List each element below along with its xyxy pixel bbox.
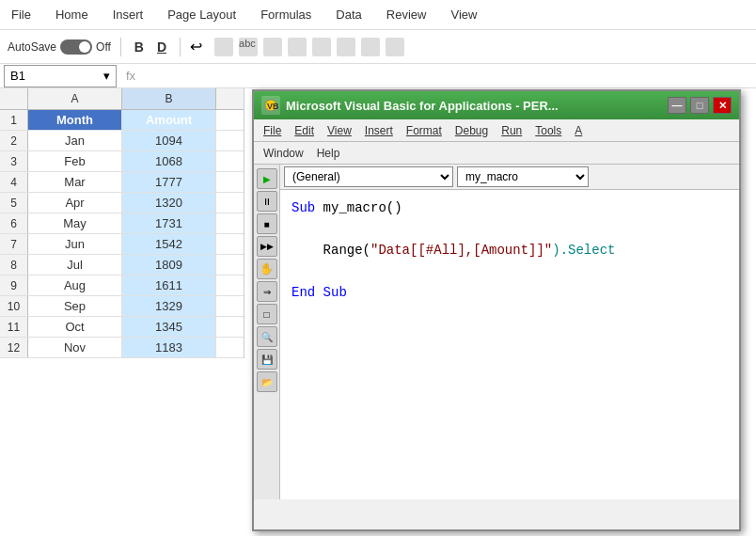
menu-view[interactable]: View <box>447 6 480 24</box>
vba-menu-insert[interactable]: Insert <box>359 123 399 138</box>
vba-window-buttons: — □ ✕ <box>668 97 732 114</box>
vba-submenu-window[interactable]: Window <box>258 146 309 161</box>
vba-pause-icon[interactable]: ⏸ <box>257 191 277 212</box>
table-row: 6 May 1731 <box>0 213 244 234</box>
menu-data[interactable]: Data <box>332 6 365 24</box>
vba-search-icon[interactable]: 🔍 <box>257 326 277 347</box>
toolbar-icon-8[interactable] <box>386 38 404 56</box>
toolbar-icon-5[interactable] <box>312 38 331 56</box>
cell-amount[interactable]: 1611 <box>122 276 216 295</box>
toolbar-icon-6[interactable] <box>337 38 355 56</box>
vba-titlebar: VB Microsoft Visual Basic for Applicatio… <box>254 91 739 119</box>
excel-toolbar: AutoSave Off B D ↩ abc <box>0 30 756 64</box>
vba-indent-icon[interactable]: ⇒ <box>257 281 277 302</box>
vba-code-area[interactable]: (General) my_macro Sub my_macro() Range(… <box>280 165 739 499</box>
excel-grid: A B 1 Month Amount 2 Jan 1094 3 Feb 1068… <box>0 88 244 358</box>
vba-menu-run[interactable]: Run <box>496 123 528 138</box>
row-number: 5 <box>0 193 28 213</box>
cell-month[interactable]: May <box>28 213 122 233</box>
cell-month[interactable]: Sep <box>28 296 122 316</box>
vba-menu-edit[interactable]: Edit <box>289 123 320 138</box>
toolbar-icon-3[interactable] <box>263 38 282 56</box>
cell-month[interactable]: Apr <box>28 193 122 213</box>
vba-menu-view[interactable]: View <box>322 123 357 138</box>
cell-month[interactable]: Mar <box>28 172 122 192</box>
code-line-5: End Sub <box>291 282 728 303</box>
cell-amount[interactable]: 1183 <box>122 338 216 357</box>
vba-step-icon[interactable]: ▶▶ <box>257 236 277 257</box>
cell-month[interactable]: Jan <box>28 131 122 150</box>
vba-close-button[interactable]: ✕ <box>713 97 732 114</box>
vba-save-icon[interactable]: 💾 <box>257 349 277 370</box>
col-header-a[interactable]: A <box>28 88 122 109</box>
cell-month[interactable]: Oct <box>28 317 122 337</box>
vba-menu-format[interactable]: Format <box>401 123 448 138</box>
table-row: 7 Jun 1542 <box>0 234 244 255</box>
cell-month[interactable]: Feb <box>28 151 122 171</box>
bold-button[interactable]: B <box>131 38 148 56</box>
name-box[interactable]: B1 ▾ <box>4 65 117 87</box>
toolbar-icon-1[interactable] <box>214 38 233 56</box>
cell-month-header[interactable]: Month <box>28 110 122 130</box>
row-number: 11 <box>0 317 28 337</box>
cell-amount[interactable]: 1809 <box>122 255 216 275</box>
menu-file[interactable]: File <box>8 6 35 24</box>
menu-home[interactable]: Home <box>52 6 92 24</box>
underline-button[interactable]: D <box>153 38 170 56</box>
vba-menu-debug[interactable]: Debug <box>449 123 494 138</box>
table-row: 3 Feb 1068 <box>0 151 244 172</box>
vba-folder-icon[interactable]: 📂 <box>257 371 277 392</box>
cell-month[interactable]: Nov <box>28 338 122 357</box>
vba-run-icon[interactable]: ▶ <box>257 168 277 189</box>
vba-minimize-button[interactable]: — <box>668 97 686 114</box>
cell-amount[interactable]: 1777 <box>122 172 216 192</box>
vba-window: VB Microsoft Visual Basic for Applicatio… <box>252 89 741 531</box>
vba-menu-tools[interactable]: Tools <box>529 123 567 138</box>
cell-month[interactable]: Aug <box>28 276 122 295</box>
cell-amount-header[interactable]: Amount <box>122 110 216 130</box>
vba-title-text: Microsoft Visual Basic for Applications … <box>286 99 662 113</box>
vba-sidebar: ▶ ⏸ ■ ▶▶ ✋ ⇒ □ 🔍 💾 📂 <box>254 165 280 499</box>
vba-general-combo[interactable]: (General) <box>284 166 453 187</box>
vba-code-editor[interactable]: Sub my_macro() Range("Data[[#All],[Amoun… <box>280 190 739 472</box>
toolbar-icon-7[interactable] <box>361 38 380 56</box>
excel-window: File Home Insert Page Layout Formulas Da… <box>0 0 756 536</box>
cell-amount[interactable]: 1731 <box>122 213 216 233</box>
row-number: 2 <box>0 131 28 150</box>
toolbar-icon-4[interactable] <box>288 38 307 56</box>
cell-month[interactable]: Jul <box>28 255 122 275</box>
vba-submenu-help[interactable]: Help <box>311 146 346 161</box>
vba-box-icon[interactable]: □ <box>257 304 277 324</box>
cell-amount[interactable]: 1345 <box>122 317 216 337</box>
cell-amount[interactable]: 1542 <box>122 234 216 254</box>
table-row: 2 Jan 1094 <box>0 131 244 151</box>
table-row: 1 Month Amount <box>0 110 244 131</box>
toolbar-separator-2 <box>180 38 181 56</box>
row-number: 10 <box>0 296 28 316</box>
toggle-knob <box>79 41 90 53</box>
cell-amount[interactable]: 1068 <box>122 151 216 171</box>
toolbar-icon-2[interactable]: abc <box>239 38 258 56</box>
cell-amount[interactable]: 1094 <box>122 131 216 150</box>
vba-restore-button[interactable]: □ <box>690 97 709 114</box>
menu-insert[interactable]: Insert <box>109 6 148 24</box>
cell-month[interactable]: Jun <box>28 234 122 254</box>
menu-page-layout[interactable]: Page Layout <box>164 6 240 24</box>
code-sub-keyword: Sub <box>291 200 323 215</box>
vba-menu-bar: File Edit View Insert Format Debug Run T… <box>254 119 739 142</box>
row-number: 8 <box>0 255 28 275</box>
col-header-b[interactable]: B <box>122 88 216 109</box>
cell-amount[interactable]: 1329 <box>122 296 216 316</box>
vba-stop-icon[interactable]: ■ <box>257 213 277 234</box>
vba-menu-file[interactable]: File <box>258 123 287 138</box>
autosave-toggle[interactable] <box>60 39 92 55</box>
vba-hand-icon[interactable]: ✋ <box>257 259 277 279</box>
undo-icon[interactable]: ↩ <box>190 38 209 56</box>
code-line-2 <box>291 218 728 239</box>
menu-review[interactable]: Review <box>383 6 431 24</box>
menu-formulas[interactable]: Formulas <box>257 6 315 24</box>
vba-menu-a[interactable]: A <box>569 123 588 138</box>
vba-macro-combo[interactable]: my_macro <box>457 166 589 187</box>
excel-menu-bar: File Home Insert Page Layout Formulas Da… <box>0 0 756 30</box>
cell-amount[interactable]: 1320 <box>122 193 216 213</box>
